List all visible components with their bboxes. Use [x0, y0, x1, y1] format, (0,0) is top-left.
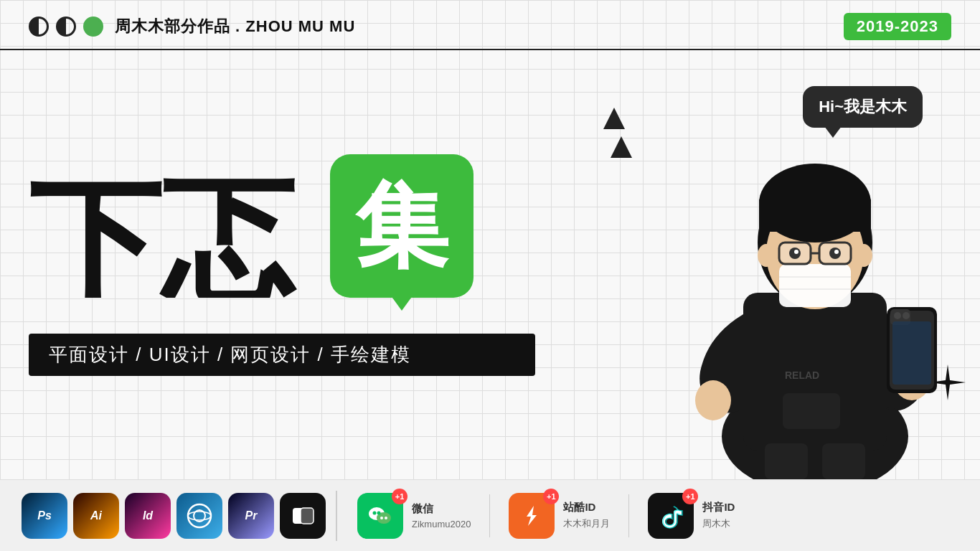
header-date: 2019-2023 — [844, 13, 951, 40]
header: 周木木部分作品 . ZHOU MU MU 2019-2023 — [0, 0, 980, 50]
app-icon-id[interactable]: Id — [125, 493, 171, 539]
speech-bubble: Hi~我是木木 — [803, 86, 923, 128]
svg-rect-38 — [765, 443, 808, 479]
app-icon-ps[interactable]: Ps — [22, 493, 67, 539]
douyin-platform: 抖音ID — [702, 501, 735, 514]
main-title: 下忑 集 — [29, 154, 535, 298]
douyin-badge: +1 — [682, 489, 698, 504]
zcool-icon-svg — [518, 502, 545, 529]
app-icon-ai[interactable]: Ai — [73, 493, 119, 539]
right-section: Hi~我是木木 — [564, 50, 980, 479]
social-item-zcool: +1 站酷ID 木木和月月 — [499, 493, 620, 539]
svg-point-48 — [373, 511, 377, 514]
content-area: 下忑 集 平面设计 / UI设计 / 网页设计 / 手绘建模 Hi~我是木木 — [0, 50, 980, 479]
svg-point-33 — [903, 312, 910, 319]
douyin-info: 抖音ID 周木木 — [702, 501, 735, 530]
zcool-info: 站酷ID 木木和月月 — [563, 501, 610, 530]
main-container: 周木木部分作品 . ZHOU MU MU 2019-2023 下忑 集 — [0, 0, 980, 551]
douyin-icon[interactable]: +1 — [648, 493, 694, 539]
title-characters-svg: 下忑 — [29, 154, 337, 298]
wechat-icon[interactable]: +1 — [357, 493, 403, 539]
divider-2 — [489, 494, 490, 537]
header-left: 周木木部分作品 . ZHOU MU MU — [29, 16, 355, 37]
traffic-light-2 — [56, 17, 76, 37]
c4d-icon-svg — [185, 501, 214, 530]
svg-rect-37 — [783, 393, 840, 429]
svg-rect-9 — [759, 199, 871, 232]
svg-point-42 — [188, 512, 211, 520]
wechat-badge: +1 — [392, 489, 407, 504]
svg-marker-2 — [611, 136, 632, 158]
zcool-badge: +1 — [543, 489, 559, 504]
traffic-lights — [29, 17, 103, 37]
wechat-handle: Zikmumu2020 — [412, 519, 471, 529]
zcool-icon[interactable]: +1 — [509, 493, 555, 539]
subtitle-bar: 平面设计 / UI设计 / 网页设计 / 手绘建模 — [29, 334, 535, 376]
id-label: Id — [143, 509, 153, 522]
header-title: 周木木部分作品 . ZHOU MU MU — [115, 16, 355, 37]
zcool-platform: 站酷ID — [563, 501, 610, 514]
left-section: 下忑 集 平面设计 / UI设计 / 网页设计 / 手绘建模 — [0, 50, 564, 479]
svg-point-10 — [758, 244, 775, 267]
bottom-bar: Ps Ai Id Pr — [0, 479, 980, 551]
wechat-info: 微信 Zikmumu2020 — [412, 502, 471, 529]
svg-point-40 — [188, 504, 211, 527]
app-icon-c4d[interactable] — [176, 493, 222, 539]
traffic-light-3 — [83, 17, 103, 37]
svg-point-50 — [380, 517, 383, 519]
svg-text:下忑: 下忑 — [29, 167, 297, 298]
svg-point-36 — [695, 380, 731, 420]
svg-point-11 — [855, 244, 872, 267]
character-illustration: RELAD — [664, 92, 966, 479]
douyin-icon-svg — [657, 502, 684, 529]
capcut-icon-svg — [289, 502, 316, 529]
svg-point-49 — [377, 511, 381, 514]
social-item-wechat: +1 微信 Zikmumu2020 — [347, 493, 481, 539]
ai-label: Ai — [90, 509, 102, 522]
app-icon-capcut[interactable] — [280, 493, 326, 539]
green-ji-char: 集 — [355, 179, 448, 273]
ps-label: Ps — [37, 509, 52, 522]
divider-3 — [628, 494, 629, 537]
zcool-handle: 木木和月月 — [563, 517, 610, 530]
svg-point-23 — [834, 250, 839, 254]
green-ji-box: 集 — [330, 154, 473, 298]
wechat-icon-svg — [367, 502, 394, 529]
divider-1 — [336, 491, 337, 541]
svg-point-32 — [894, 312, 901, 319]
svg-marker-52 — [527, 506, 537, 526]
svg-rect-44 — [301, 508, 314, 524]
traffic-light-1 — [29, 17, 49, 37]
svg-marker-1 — [603, 108, 625, 129]
pr-label: Pr — [245, 509, 258, 522]
svg-rect-39 — [822, 443, 865, 479]
svg-text:RELAD: RELAD — [785, 369, 819, 381]
svg-rect-12 — [779, 264, 851, 307]
douyin-handle: 周木木 — [702, 517, 735, 530]
svg-rect-34 — [892, 321, 931, 385]
social-item-douyin: +1 抖音ID 周木木 — [638, 493, 745, 539]
wechat-platform: 微信 — [412, 502, 471, 516]
arrow-decoration — [603, 108, 646, 165]
app-icon-pr[interactable]: Pr — [228, 493, 274, 539]
svg-point-51 — [385, 517, 387, 519]
svg-point-22 — [794, 250, 798, 254]
